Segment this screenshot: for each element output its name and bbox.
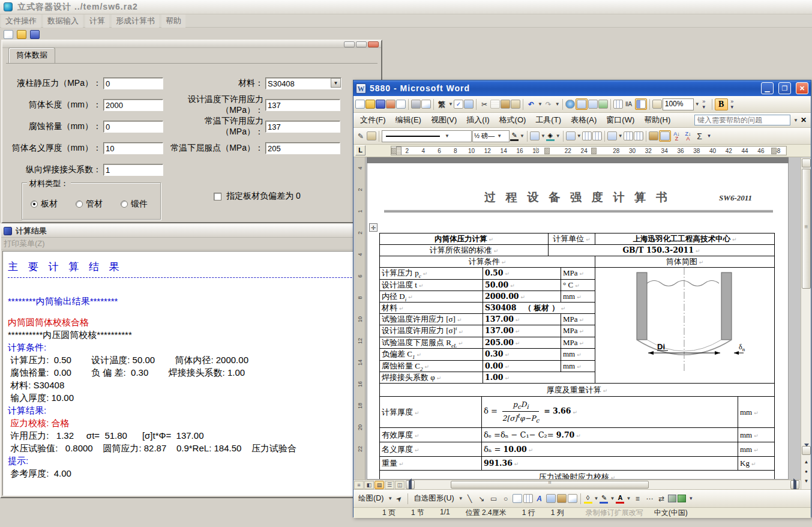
maximize-button[interactable] — [356, 41, 367, 47]
normal-view-icon[interactable]: ≡ — [354, 481, 364, 489]
yield-point-input[interactable] — [265, 142, 340, 154]
toolbar-options-icon[interactable]: ▾ — [687, 496, 694, 501]
show-gridlines-icon[interactable] — [659, 130, 671, 142]
sort-descending-icon[interactable]: Z↓A — [683, 131, 694, 141]
menu-item[interactable]: 文件操作 — [1, 14, 41, 28]
menu-item[interactable]: 数据输入 — [43, 14, 83, 28]
menu-item[interactable]: 形成计算书 — [112, 14, 159, 28]
draw-menu-button[interactable]: 绘图(D) — [356, 492, 386, 505]
design-stress-input[interactable] — [265, 99, 340, 111]
ruler-body[interactable]: 2468101214161822242830323436384042444648… — [391, 146, 787, 155]
shadow-style-icon[interactable] — [668, 495, 676, 502]
status-toggle[interactable]: 扩展 — [615, 508, 629, 518]
scrollbar-thumb[interactable] — [451, 481, 649, 489]
tab-selector[interactable]: L — [355, 145, 365, 155]
toolbar-options-icon[interactable]: ▾ — [706, 133, 713, 139]
rectangle-icon[interactable]: ▭ — [489, 494, 499, 504]
eraser-icon[interactable] — [367, 131, 376, 140]
insert-table-icon[interactable] — [566, 131, 576, 140]
split-cells-icon[interactable] — [592, 131, 602, 140]
document-area[interactable]: 421246810121416182022 过 程 设 备 强 度 计 算 书 … — [353, 157, 811, 480]
cylinder-length-input[interactable] — [103, 99, 163, 111]
restore-button[interactable]: ❐ — [778, 82, 791, 94]
distribute-columns-icon[interactable] — [634, 131, 643, 140]
menu-item[interactable]: 格式(O) — [495, 113, 531, 127]
vertical-scrollbar[interactable]: ▲ ● ▼ — [801, 158, 811, 489]
menu-item[interactable]: 帮助 — [161, 14, 185, 28]
chevron-down-icon[interactable]: ▼ — [331, 78, 341, 88]
text-box-ic[interactable] — [513, 494, 522, 503]
clipart-icon[interactable] — [557, 494, 567, 503]
wordart-icon[interactable]: A — [534, 494, 545, 504]
deviation-checkbox[interactable] — [214, 193, 221, 200]
insert-table-icon[interactable] — [588, 100, 598, 109]
web-layout-icon[interactable]: ◧ — [364, 481, 374, 489]
research-icon[interactable] — [464, 100, 474, 109]
weld-factor-input[interactable] — [103, 164, 163, 176]
status-toggle[interactable]: 改写 — [629, 508, 643, 518]
radio-dot[interactable] — [76, 200, 83, 208]
fill-color-icon[interactable]: ◊ — [584, 495, 592, 503]
print-icon[interactable] — [411, 100, 421, 109]
help-search-input[interactable] — [694, 115, 790, 125]
table-autoformat-icon[interactable] — [649, 131, 658, 140]
table-column-marker[interactable] — [591, 148, 597, 154]
close-button[interactable] — [368, 41, 379, 47]
menu-item[interactable]: 编辑(E) — [391, 113, 426, 127]
ambient-stress-input[interactable] — [265, 121, 340, 133]
radio-dot[interactable] — [31, 200, 38, 208]
line-weight-combobox[interactable]: ½ 磅—▼ — [472, 130, 510, 142]
print-menu-item[interactable]: 打印菜单(Z) — [4, 238, 45, 249]
close-button[interactable]: ✕ — [796, 82, 808, 94]
table-column-marker[interactable] — [771, 148, 777, 154]
corrosion-allowance-input[interactable] — [103, 121, 163, 133]
save-icon[interactable] — [376, 100, 385, 109]
format-painter-icon[interactable] — [511, 100, 520, 109]
permission-icon[interactable] — [386, 100, 395, 109]
distribute-rows-icon[interactable] — [624, 131, 633, 140]
document-map-icon[interactable] — [635, 98, 647, 110]
table-move-handle[interactable]: ✛ — [369, 223, 377, 232]
open-file-icon[interactable] — [17, 30, 26, 39]
new-document-icon[interactable] — [355, 100, 365, 109]
arrow-icon[interactable]: ↘ — [477, 494, 487, 504]
material-combobox[interactable]: ▼ — [265, 77, 341, 89]
paste-icon[interactable] — [501, 100, 510, 109]
scroll-left-icon[interactable] — [406, 480, 415, 489]
menu-item[interactable]: 视图(V) — [426, 113, 462, 127]
oval-icon[interactable]: ○ — [501, 494, 511, 504]
radio-pipe[interactable]: 管材 — [76, 199, 103, 209]
chevron-down-icon[interactable]: ▼ — [793, 118, 798, 123]
table-column-marker[interactable] — [391, 148, 397, 154]
shading-color-icon[interactable]: ◈ — [546, 132, 555, 140]
email-icon[interactable] — [396, 100, 406, 109]
font-color-icon[interactable]: A — [616, 495, 624, 503]
nominal-thickness-input[interactable] — [103, 142, 163, 154]
reading-view-icon[interactable]: ◫ — [395, 481, 404, 489]
outside-border-icon[interactable] — [530, 131, 540, 140]
zoom-combobox[interactable]: 100% — [663, 98, 694, 110]
autoshapes-menu-button[interactable]: 自选图形(U) — [411, 492, 456, 505]
vertical-text-box-icon[interactable] — [523, 494, 533, 503]
menu-item[interactable]: 文件(F) — [355, 113, 391, 127]
autosum-icon[interactable]: Σ — [694, 131, 705, 141]
indent-triangle[interactable] — [534, 147, 540, 151]
minimize-button[interactable]: ▁ — [761, 82, 774, 94]
next-page-icon[interactable]: ▼ — [802, 477, 811, 486]
bold-button[interactable]: B — [715, 98, 728, 110]
scroll-down-icon[interactable] — [802, 446, 811, 455]
open-icon[interactable] — [365, 100, 375, 109]
menu-item[interactable]: 表格(A) — [566, 113, 601, 127]
spelling-icon[interactable]: ✓ — [454, 100, 463, 109]
scroll-up-icon[interactable] — [802, 158, 811, 167]
chinese-convert-button[interactable]: 繁 — [436, 100, 447, 109]
static-pressure-input[interactable] — [103, 77, 163, 89]
previous-page-icon[interactable]: ▲ — [802, 458, 811, 466]
chevron-down-icon[interactable]: ▼ — [555, 101, 560, 107]
menu-item[interactable]: 插入(I) — [462, 113, 494, 127]
undo-icon[interactable]: ↶ — [526, 100, 537, 109]
material-value[interactable] — [265, 77, 341, 89]
toolbar-options-icon[interactable]: »▾ — [729, 99, 736, 110]
line-style-icon[interactable]: ≡ — [632, 494, 643, 504]
document-page[interactable]: 过 程 设 备 强 度 计 算 书 SW6-2011 ✛ 内筒体压力计算 计算单… — [367, 163, 789, 480]
